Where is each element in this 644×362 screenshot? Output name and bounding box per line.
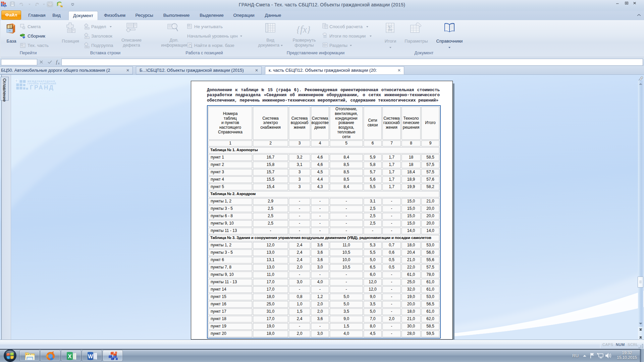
svg-text:Σ: Σ [388, 24, 392, 32]
svg-text:ГРАНД: ГРАНД [30, 84, 54, 91]
svg-text:X: X [68, 353, 71, 359]
svg-text:W: W [88, 354, 93, 359]
svg-text:АПС: АПС [48, 4, 52, 6]
svg-text:®: ® [15, 79, 17, 82]
svg-text:x: x [58, 61, 60, 65]
